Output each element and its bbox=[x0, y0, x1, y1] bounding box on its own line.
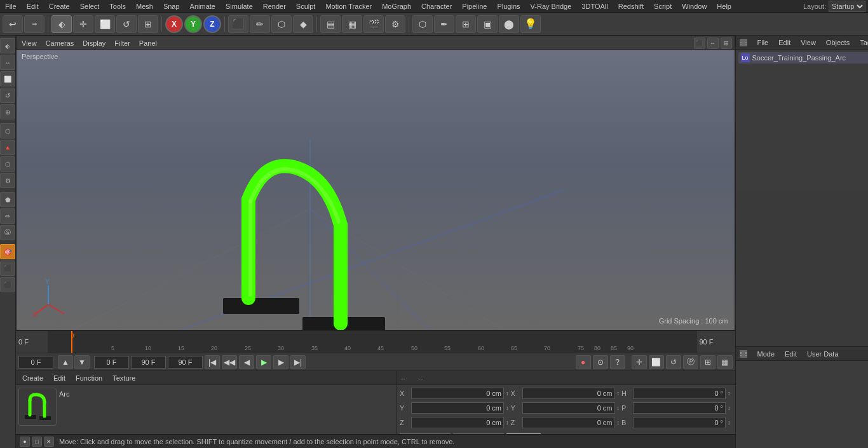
vp-menu-filter[interactable]: Filter bbox=[112, 38, 132, 48]
sidebar-btn-8[interactable]: ⬡ bbox=[0, 156, 15, 172]
menu-select[interactable]: Select bbox=[75, 1, 105, 11]
menu-simulate[interactable]: Simulate bbox=[220, 1, 258, 11]
frame-down[interactable]: ▼ bbox=[74, 355, 90, 369]
object-tree-item[interactable]: Lo Soccer_Training_Passing_Arc bbox=[738, 52, 869, 64]
auto-key-button[interactable]: ⊙ bbox=[593, 355, 608, 369]
current-frame-input[interactable]: 0 F bbox=[18, 356, 53, 369]
z-pos-input[interactable] bbox=[411, 417, 504, 428]
timeline-ruler[interactable]: 0 5 10 15 20 25 30 35 40 45 50 55 60 65 … bbox=[48, 331, 697, 353]
subdivision-button[interactable]: ▣ bbox=[477, 15, 498, 33]
rotate-tool-button[interactable]: ↺ bbox=[116, 15, 137, 33]
menu-tools[interactable]: Tools bbox=[104, 1, 131, 11]
h-rot-input[interactable] bbox=[633, 388, 726, 399]
sidebar-btn-2[interactable]: ↔ bbox=[0, 55, 15, 70]
x-size-input[interactable] bbox=[522, 388, 615, 399]
menu-mograph[interactable]: MoGraph bbox=[377, 1, 416, 11]
menu-window[interactable]: Window bbox=[677, 1, 712, 11]
axis-z-button[interactable]: Z bbox=[203, 15, 221, 33]
vp-menu-display[interactable]: Display bbox=[80, 38, 108, 48]
undo-button[interactable]: ↩ bbox=[3, 15, 23, 33]
menu-character[interactable]: Character bbox=[416, 1, 457, 11]
rotate-key-button[interactable]: ↺ bbox=[666, 355, 681, 369]
z-size-input[interactable] bbox=[522, 417, 615, 428]
timeline[interactable]: 0 F 0 5 10 15 20 25 30 35 40 45 50 55 bbox=[16, 330, 735, 353]
obj-menu-create[interactable]: Create bbox=[20, 373, 46, 383]
render-region-button[interactable]: ▤ bbox=[320, 15, 341, 33]
sidebar-btn-9[interactable]: ⚙ bbox=[0, 173, 15, 188]
y-pos-input[interactable] bbox=[411, 402, 504, 414]
x-pos-input[interactable] bbox=[411, 388, 504, 399]
attr-menu-user-data[interactable]: User Data bbox=[804, 349, 841, 359]
move-key-button[interactable]: ✛ bbox=[632, 355, 647, 369]
rt-menu-tags[interactable]: Tags bbox=[857, 37, 868, 48]
menu-mesh[interactable]: Mesh bbox=[131, 1, 158, 11]
array-button[interactable]: ⊞ bbox=[456, 15, 476, 33]
menu-animate[interactable]: Animate bbox=[185, 1, 220, 11]
play-button[interactable]: ▶ bbox=[256, 355, 271, 369]
vp-icon-3[interactable]: ⊞ bbox=[721, 37, 732, 49]
preview-end-input[interactable] bbox=[168, 356, 203, 369]
status-icon-3[interactable]: ✕ bbox=[44, 437, 54, 447]
menu-3dtoall[interactable]: 3DTOAll bbox=[576, 1, 613, 11]
object-mode-button[interactable]: ⬛ bbox=[228, 15, 248, 33]
b-rot-input[interactable] bbox=[633, 417, 726, 428]
light-button[interactable]: 💡 bbox=[520, 15, 541, 33]
p-rot-input[interactable] bbox=[633, 402, 726, 414]
menu-script[interactable]: Script bbox=[649, 1, 677, 11]
sidebar-btn-5[interactable]: ⊕ bbox=[0, 104, 15, 119]
layout-dropdown[interactable]: Startup bbox=[829, 1, 865, 12]
axis-x-button[interactable]: X bbox=[165, 15, 183, 33]
menu-edit[interactable]: Edit bbox=[22, 1, 44, 11]
rt-menu-view[interactable]: View bbox=[798, 37, 818, 48]
menu-sculpt[interactable]: Sculpt bbox=[291, 1, 321, 11]
redo-button[interactable]: ⇒ bbox=[24, 15, 44, 33]
sidebar-btn-14[interactable]: ⬛ bbox=[0, 261, 15, 276]
menu-help[interactable]: Help bbox=[712, 1, 736, 11]
menu-plugins[interactable]: Plugins bbox=[492, 1, 525, 11]
step-forward-button[interactable]: ▶ bbox=[273, 355, 288, 369]
sidebar-btn-11[interactable]: ✏ bbox=[0, 208, 15, 224]
step-back-button[interactable]: ◀ bbox=[239, 355, 254, 369]
obj-menu-texture[interactable]: Texture bbox=[110, 373, 138, 383]
menu-motion-tracker[interactable]: Motion Tracker bbox=[320, 1, 377, 11]
sidebar-btn-1[interactable]: ⬖ bbox=[0, 38, 15, 53]
status-icon-2[interactable]: □ bbox=[32, 437, 42, 447]
sidebar-btn-12[interactable]: Ⓢ bbox=[0, 225, 15, 240]
boole-button[interactable]: ⬡ bbox=[412, 15, 433, 33]
menu-file[interactable]: File bbox=[0, 1, 22, 11]
menu-snap[interactable]: Snap bbox=[158, 1, 185, 11]
obj-menu-function[interactable]: Function bbox=[73, 373, 105, 383]
scale-key-button[interactable]: ⬜ bbox=[649, 355, 664, 369]
spline-button[interactable]: ✒ bbox=[434, 15, 454, 33]
menu-render[interactable]: Render bbox=[258, 1, 291, 11]
sidebar-btn-4[interactable]: ↺ bbox=[0, 88, 15, 103]
anim-layer-button[interactable]: ▦ bbox=[717, 355, 733, 369]
attr-menu-edit[interactable]: Edit bbox=[782, 349, 799, 359]
key-mode-button[interactable]: ? bbox=[610, 355, 625, 369]
rt-menu-objects[interactable]: Objects bbox=[824, 37, 852, 48]
sidebar-btn-3[interactable]: ⬜ bbox=[0, 71, 15, 86]
obj-menu-edit[interactable]: Edit bbox=[51, 373, 68, 383]
move-tool-button[interactable]: ✛ bbox=[73, 15, 93, 33]
vp-icon-1[interactable]: ⬛ bbox=[694, 37, 705, 49]
texture-mode-button[interactable]: ⬡ bbox=[271, 15, 292, 33]
end-frame-input[interactable] bbox=[131, 356, 166, 369]
render-view-button[interactable]: ▦ bbox=[342, 15, 362, 33]
render-to-picture-button[interactable]: 🎬 bbox=[363, 15, 384, 33]
render-settings-button[interactable]: ⚙ bbox=[385, 15, 405, 33]
sidebar-btn-6[interactable]: ⬡ bbox=[0, 123, 15, 139]
instance-button[interactable]: ⬤ bbox=[499, 15, 519, 33]
transform-tool-button[interactable]: ⊞ bbox=[138, 15, 158, 33]
menu-create[interactable]: Create bbox=[44, 1, 75, 11]
select-tool-button[interactable]: ⬖ bbox=[51, 15, 72, 33]
axis-y-button[interactable]: Y bbox=[184, 15, 202, 33]
keyframe-button[interactable]: ◆ bbox=[293, 15, 313, 33]
rt-menu-file[interactable]: File bbox=[755, 37, 771, 48]
record-button[interactable]: ● bbox=[576, 355, 591, 369]
sidebar-btn-15[interactable]: ⬛ bbox=[0, 277, 15, 292]
param-key-button[interactable]: Ⓟ bbox=[683, 355, 698, 369]
sidebar-btn-13[interactable]: 🎯 bbox=[0, 244, 15, 259]
go-to-end-button[interactable]: ▶| bbox=[290, 355, 306, 369]
vp-icon-2[interactable]: ↔ bbox=[707, 37, 719, 49]
go-to-start-button[interactable]: |◀ bbox=[205, 355, 220, 369]
